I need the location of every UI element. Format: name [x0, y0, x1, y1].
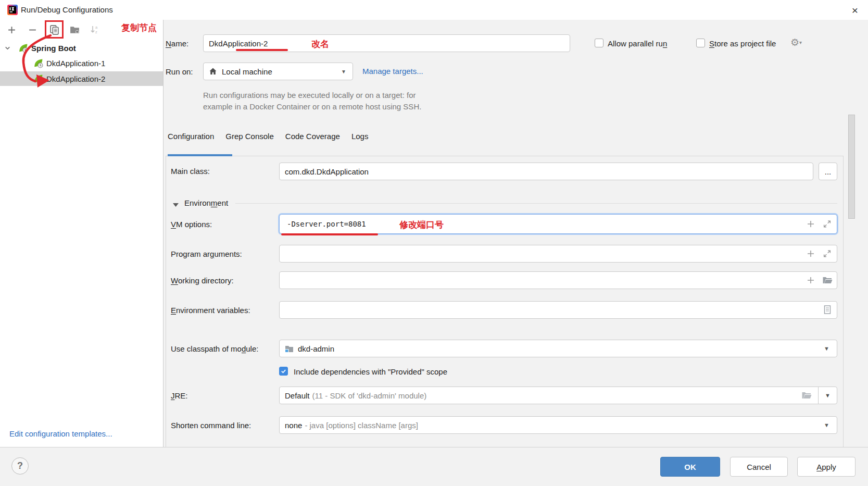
allow-parallel-run-label: Allow parallel run: [608, 39, 667, 48]
add-icon[interactable]: [807, 220, 815, 228]
add-icon[interactable]: [807, 276, 815, 284]
tab-grep-console[interactable]: Grep Console: [225, 132, 274, 141]
module-icon: [285, 345, 294, 353]
tab-strip: Configuration Grep Console Code Coverage…: [168, 132, 368, 141]
chevron-down-icon: ▼: [341, 69, 346, 74]
shorten-value: none: [285, 421, 302, 430]
gear-icon: ⚙: [790, 37, 799, 48]
main-class-label: Main class:: [171, 167, 210, 176]
program-arguments-label: Program arguments:: [171, 250, 242, 258]
run-target-description-line1: Run configurations may be executed local…: [203, 90, 416, 101]
working-directory-input[interactable]: [279, 271, 837, 289]
tab-configuration[interactable]: Configuration: [168, 132, 214, 141]
vm-options-annotation: 修改端口号: [399, 219, 444, 231]
run-debug-configurations-dialog: Run/Debug Configurations × a z 复制节点: [0, 0, 868, 486]
jre-value: Default: [285, 391, 310, 400]
main-class-browse-button[interactable]: ...: [819, 163, 837, 180]
use-classpath-select[interactable]: dkd-admin ▼: [279, 340, 837, 357]
main-class-input[interactable]: com.dkd.DkdApplication: [279, 163, 813, 180]
environment-collapse-icon[interactable]: [173, 200, 179, 209]
add-icon[interactable]: [807, 250, 815, 258]
name-input[interactable]: DkdApplication-2 改名: [203, 34, 570, 52]
chevron-down-icon: ▼: [824, 422, 829, 428]
check-icon: [280, 368, 287, 375]
use-classpath-label: Use classpath of module:: [171, 344, 258, 353]
tab-logs[interactable]: Logs: [351, 132, 369, 141]
program-arguments-input[interactable]: [279, 245, 837, 263]
expand-icon[interactable]: [823, 250, 832, 258]
ellipsis-icon: ...: [825, 167, 832, 176]
tab-code-coverage[interactable]: Code Coverage: [285, 132, 340, 141]
environment-section-divider: [235, 203, 837, 204]
store-settings-gear-button[interactable]: ⚙▾: [790, 36, 802, 48]
shorten-command-line-label: Shorten command line:: [171, 421, 251, 430]
red-arrow-annotation: [0, 0, 104, 104]
open-folder-icon[interactable]: [801, 391, 812, 400]
environment-variables-label: Environment variables:: [171, 306, 250, 315]
close-icon: ×: [852, 4, 858, 17]
home-icon: [209, 67, 217, 76]
apply-button[interactable]: Apply: [797, 457, 856, 477]
name-label: Name:: [166, 39, 188, 48]
cancel-button[interactable]: Cancel: [730, 457, 788, 477]
name-underline-annotation: [236, 49, 288, 51]
close-button[interactable]: ×: [848, 3, 862, 18]
allow-parallel-run-checkbox[interactable]: [595, 39, 603, 47]
help-button[interactable]: ?: [11, 457, 29, 475]
store-as-project-file-label: Store as project file: [709, 39, 776, 48]
help-icon: ?: [17, 460, 23, 471]
copy-node-annotation: 复制节点: [121, 22, 157, 34]
include-provided-checkbox[interactable]: [279, 367, 288, 376]
expand-icon[interactable]: [823, 220, 832, 229]
manage-targets-link[interactable]: Manage targets...: [362, 67, 423, 76]
jre-combo[interactable]: Default (11 - SDK of 'dkd-admin' module): [279, 387, 819, 404]
open-folder-icon[interactable]: [822, 276, 833, 284]
working-directory-label: Working directory:: [171, 276, 234, 285]
environment-section-label: Environment: [184, 198, 228, 207]
edit-templates-link[interactable]: Edit configuration templates...: [9, 429, 112, 438]
jre-dropdown-button[interactable]: ▼: [818, 387, 837, 404]
chevron-down-icon: ▼: [825, 392, 831, 398]
include-provided-label: Include dependencies with "Provided" sco…: [294, 367, 447, 376]
name-value: DkdApplication-2: [209, 39, 268, 48]
chevron-down-icon: ▼: [824, 345, 829, 352]
gear-caret-icon: ▾: [799, 40, 802, 45]
run-on-select[interactable]: Local machine ▼: [203, 63, 353, 80]
ok-button[interactable]: OK: [660, 457, 720, 477]
shorten-command-line-select[interactable]: none - java [options] className [args] ▼: [279, 416, 837, 434]
run-target-description-line2: example in a Docker Container or on a re…: [203, 101, 421, 113]
run-on-value: Local machine: [222, 67, 272, 76]
jre-label: JRE:: [171, 391, 188, 400]
run-on-label: Run on:: [166, 67, 193, 76]
vm-options-input[interactable]: -Dserver.port=8081 修改端口号: [279, 214, 837, 234]
store-as-project-file-checkbox[interactable]: [696, 39, 705, 47]
use-classpath-value: dkd-admin: [298, 344, 334, 353]
main-class-value: com.dkd.DkdApplication: [285, 167, 369, 176]
list-icon[interactable]: [823, 305, 832, 315]
environment-variables-input[interactable]: [279, 301, 837, 319]
vertical-scrollbar[interactable]: [848, 115, 855, 219]
vm-options-value: -Dserver.port=8081: [287, 220, 366, 228]
vm-options-underline-annotation: [281, 233, 378, 235]
jre-hint: (11 - SDK of 'dkd-admin' module): [312, 391, 427, 400]
active-tab-underline: [168, 154, 232, 156]
rename-annotation: 改名: [311, 38, 329, 50]
vm-options-label: VM options:: [171, 220, 212, 229]
shorten-hint: - java [options] className [args]: [305, 421, 418, 430]
